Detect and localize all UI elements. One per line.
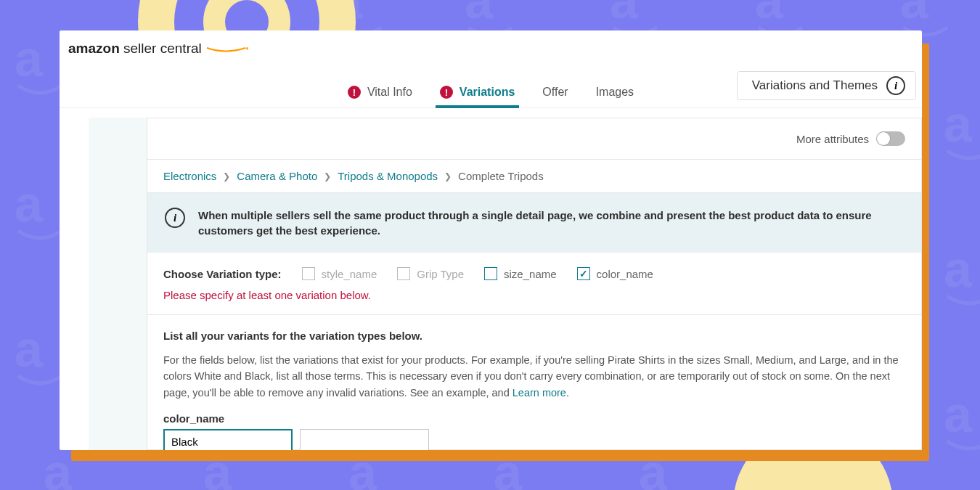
tab-label: Vital Info	[367, 86, 412, 99]
more-attributes-toggle[interactable]	[876, 131, 905, 146]
breadcrumb-link[interactable]: Camera & Photo	[237, 170, 317, 182]
variants-list-section: List all your variants for the variation…	[147, 315, 921, 450]
breadcrumb-link[interactable]: Tripods & Monopods	[338, 170, 438, 182]
brand-logo: amazon seller central	[68, 41, 249, 57]
tab-label: Images	[596, 86, 634, 99]
checkbox-size-name[interactable]: size_name	[484, 267, 557, 280]
checkbox-grip-type[interactable]: Grip Type	[397, 267, 464, 280]
tab-vital-info[interactable]: ! Vital Info	[348, 86, 412, 99]
tab-label: Variations	[460, 86, 515, 99]
checkbox-checked-icon	[577, 267, 590, 280]
error-message: Please specify at least one variation be…	[147, 286, 921, 314]
variants-heading: List all your variants for the variation…	[163, 330, 905, 342]
variation-prompt: Choose Variation type:	[163, 268, 282, 280]
chevron-right-icon: ❯	[444, 171, 452, 181]
more-attributes-row: More attributes	[147, 118, 921, 159]
variant-inputs	[163, 429, 905, 450]
alert-icon: !	[440, 86, 453, 99]
alert-icon: !	[348, 86, 361, 99]
variation-type-chooser: Choose Variation type: style_name Grip T…	[147, 253, 921, 286]
amazon-smile-icon	[205, 47, 249, 53]
color-name-label: color_name	[163, 412, 905, 425]
checkbox-label: color_name	[597, 268, 653, 280]
tab-offer[interactable]: Offer	[542, 86, 568, 99]
checkbox-icon	[302, 267, 315, 280]
period: .	[566, 387, 569, 399]
brand-word-1: amazon	[68, 41, 120, 56]
breadcrumb-current: Complete Tripods	[458, 170, 544, 182]
variants-description: For the fields below, list the variation…	[163, 352, 905, 401]
breadcrumb-link[interactable]: Electronics	[163, 170, 216, 182]
checkbox-label: Grip Type	[417, 268, 464, 280]
info-banner: i When multiple sellers sell the same pr…	[147, 193, 921, 253]
info-icon: i	[165, 208, 185, 228]
color-input-2[interactable]	[300, 429, 429, 450]
variations-panel: More attributes Electronics ❯ Camera & P…	[147, 118, 922, 450]
tab-label: Offer	[542, 86, 568, 99]
chevron-right-icon: ❯	[223, 171, 230, 181]
tab-images[interactable]: Images	[596, 86, 634, 99]
content-area: More attributes Electronics ❯ Camera & P…	[89, 118, 922, 450]
checkbox-color-name[interactable]: color_name	[577, 267, 653, 280]
checkbox-label: style_name	[322, 268, 377, 280]
breadcrumb: Electronics ❯ Camera & Photo ❯ Tripods &…	[147, 159, 921, 193]
checkbox-icon	[397, 267, 410, 280]
color-input-1[interactable]	[163, 429, 293, 450]
product-tabs: ! Vital Info ! Variations Offer Images	[60, 86, 922, 108]
checkbox-icon	[484, 267, 497, 280]
more-attributes-label: More attributes	[796, 133, 869, 145]
checkbox-style-name[interactable]: style_name	[302, 267, 377, 280]
learn-more-link[interactable]: Learn more	[513, 387, 566, 399]
info-banner-text: When multiple sellers sell the same prod…	[198, 208, 904, 238]
tab-variations[interactable]: ! Variations	[440, 86, 515, 99]
seller-central-window: amazon seller central Variations and The…	[60, 30, 922, 450]
chevron-right-icon: ❯	[324, 171, 331, 181]
checkbox-label: size_name	[504, 268, 557, 280]
brand-word-2: seller central	[123, 41, 202, 56]
